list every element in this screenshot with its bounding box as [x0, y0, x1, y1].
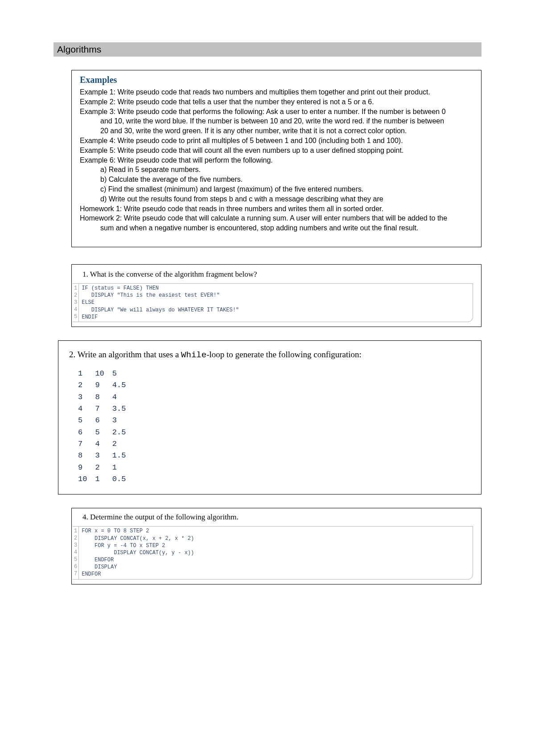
example-line: sum and when a negative number is encoun… — [80, 224, 473, 233]
example-line: Example 2: Write pseudo code that tells … — [80, 98, 473, 107]
table-row: 921 — [78, 462, 134, 474]
question-2-box: 2. Write an algorithm that uses a While-… — [58, 340, 482, 494]
table-row: 1105 — [78, 368, 134, 380]
code-gutter: 1234567 — [73, 527, 79, 579]
question-4-box: 4. Determine the output of the following… — [71, 508, 482, 584]
examples-title: Examples — [80, 75, 473, 85]
example-line: Homework 2: Write pseudo code that will … — [80, 214, 473, 223]
table-row: 563 — [78, 415, 134, 426]
example-line: Example 4: Write pseudo code to print al… — [80, 136, 473, 146]
table-row: 831.5 — [78, 450, 134, 462]
example-subitem: c) Find the smallest (minimum) and large… — [100, 185, 473, 194]
question-4-prompt: 4. Determine the output of the following… — [72, 513, 481, 526]
table-row: 294.5 — [78, 380, 134, 391]
question-4-code: 1234567 FOR x = 0 TO 8 STEP 2 DISPLAY CO… — [73, 526, 473, 579]
examples-box: Examples Example 1: Write pseudo code th… — [71, 70, 482, 247]
code-gutter: 12345 — [73, 284, 79, 322]
example-line: 20 and 30, write the word green. If it i… — [80, 127, 473, 136]
table-row: 473.5 — [78, 403, 134, 415]
question-2-prompt: 2. Write an algorithm that uses a While-… — [69, 350, 470, 360]
example-line: and 10, write the word blue. If the numb… — [80, 117, 473, 126]
example-subitem: a) Read in 5 separate numbers. — [100, 165, 473, 175]
example-subitem: b) Calculate the average of the five num… — [100, 175, 473, 184]
example-line: Example 6: Write pseudo code that will p… — [80, 156, 473, 165]
section-header: Algorithms — [54, 42, 482, 57]
table-row: 1010.5 — [78, 474, 134, 485]
table-row: 652.5 — [78, 427, 134, 438]
table-row: 384 — [78, 392, 134, 403]
example-line: Example 1: Write pseudo code that reads … — [80, 88, 473, 97]
code-content: FOR x = 0 TO 8 STEP 2 DISPLAY CONCAT(x, … — [79, 527, 473, 579]
example-line: Example 5: Write pseudo code that will c… — [80, 146, 473, 155]
table-row: 742 — [78, 438, 134, 450]
examples-body: Example 1: Write pseudo code that reads … — [80, 88, 473, 233]
question-1-code: 12345 IF (status = FALSE) THEN DISPLAY "… — [73, 283, 473, 322]
question-2-output: 1105 294.5 384 473.5 563 652.5 742 831.5… — [69, 368, 470, 485]
example-subitem: d) Write out the results found from step… — [100, 195, 473, 204]
example-line: Homework 1: Write pseudo code that reads… — [80, 204, 473, 214]
example-line: Example 3: Write pseudo code that perfor… — [80, 107, 473, 117]
code-content: IF (status = FALSE) THEN DISPLAY "This i… — [79, 284, 473, 322]
question-1-prompt: 1. What is the converse of the algorithm… — [72, 270, 481, 283]
question-1-box: 1. What is the converse of the algorithm… — [71, 264, 482, 327]
